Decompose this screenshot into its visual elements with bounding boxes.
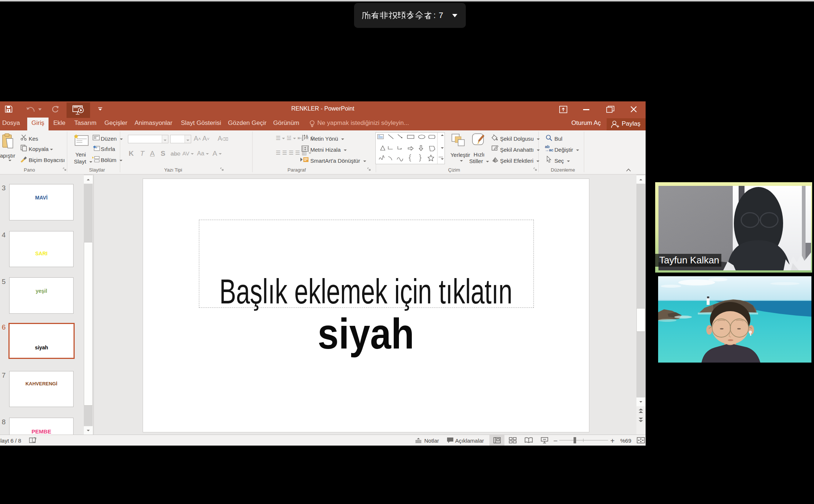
svg-text:A: A	[306, 134, 308, 138]
